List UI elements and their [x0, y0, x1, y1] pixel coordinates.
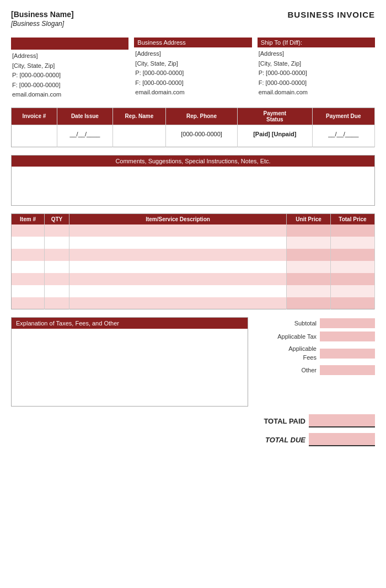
table-row	[12, 249, 375, 261]
table-row	[12, 273, 375, 285]
item-total-1[interactable]	[331, 224, 375, 237]
total-due-label: TOTAL DUE	[265, 436, 305, 444]
item-desc-2[interactable]	[69, 237, 287, 249]
addr0-line1: [Address]	[11, 51, 128, 61]
item-num-6[interactable]	[12, 285, 45, 297]
table-row	[12, 237, 375, 249]
cell-payment-status[interactable]: [Paid] [Unpaid]	[238, 125, 312, 147]
comments-section: Comments, Suggestions, Special Instructi…	[11, 155, 375, 206]
col-qty: QTY	[45, 213, 69, 224]
address-header-blank	[11, 38, 128, 50]
cell-invoice-num[interactable]	[12, 125, 57, 147]
address-header-business: Business Address	[134, 38, 251, 47]
col-payment-due: Payment Due	[312, 108, 374, 125]
item-unit-6[interactable]	[287, 285, 331, 297]
addr0-line2: [City, State, Zip]	[11, 61, 128, 71]
item-desc-6[interactable]	[69, 285, 287, 297]
col-date-issue: Date Issue	[57, 108, 112, 125]
item-num-4[interactable]	[12, 261, 45, 273]
item-unit-5[interactable]	[287, 273, 331, 285]
item-unit-4[interactable]	[287, 261, 331, 273]
item-desc-3[interactable]	[69, 249, 287, 261]
item-total-6[interactable]	[331, 285, 375, 297]
bottom-section: Explanation of Taxes, Fees, and Other Su…	[11, 317, 375, 407]
comments-body[interactable]	[12, 167, 374, 205]
item-desc-7[interactable]	[69, 297, 287, 309]
item-unit-2[interactable]	[287, 237, 331, 249]
item-qty-6[interactable]	[45, 285, 69, 297]
item-qty-4[interactable]	[45, 261, 69, 273]
invoice-header: [Business Name] [Business Slogan] BUSINE…	[11, 10, 375, 28]
item-total-3[interactable]	[331, 249, 375, 261]
address-col-0: [Address] [City, State, Zip] P: [000-000…	[11, 38, 128, 100]
cell-date-issue[interactable]: __/__/____	[57, 125, 112, 147]
items-table: Item # QTY Item/Service Description Unit…	[11, 213, 375, 310]
business-name: [Business Name]	[11, 10, 74, 19]
item-qty-5[interactable]	[45, 273, 69, 285]
tax-row: Applicable Tax	[254, 332, 375, 341]
item-unit-3[interactable]	[287, 249, 331, 261]
subtotal-value[interactable]	[320, 318, 375, 328]
address-section: [Address] [City, State, Zip] P: [000-000…	[11, 38, 375, 100]
col-desc: Item/Service Description	[69, 213, 287, 224]
item-num-5[interactable]	[12, 273, 45, 285]
taxes-body[interactable]	[12, 329, 248, 406]
cell-payment-due[interactable]: __/__/____	[312, 125, 374, 147]
addr1-line3: P: [000-000-0000]	[134, 68, 251, 78]
table-row	[12, 285, 375, 297]
item-qty-2[interactable]	[45, 237, 69, 249]
item-total-7[interactable]	[331, 297, 375, 309]
addr0-line4: F: [000-000-0000]	[11, 81, 128, 90]
address-header-ship: Ship To (If Diff):	[258, 38, 375, 47]
addr1-line5: email.domain.com	[134, 88, 251, 98]
item-num-3[interactable]	[12, 249, 45, 261]
addr1-line2: [City, State, Zip]	[134, 59, 251, 69]
addr0-line3: P: [000-000-0000]	[11, 71, 128, 81]
invoice-details-table: Invoice # Date Issue Rep. Name Rep. Phon…	[11, 108, 375, 147]
other-value[interactable]	[320, 365, 375, 375]
item-qty-1[interactable]	[45, 224, 69, 237]
col-unit-price: Unit Price	[287, 213, 331, 224]
item-num-7[interactable]	[12, 297, 45, 309]
total-due-value[interactable]	[309, 433, 375, 446]
subtotal-row: Subtotal	[254, 318, 375, 328]
total-paid-label: TOTAL PAID	[264, 417, 305, 425]
item-unit-1[interactable]	[287, 224, 331, 237]
comments-header: Comments, Suggestions, Special Instructi…	[12, 156, 374, 167]
addr2-line4: F: [000-000-0000]	[258, 78, 375, 88]
addr0-line5: email.domain.com	[11, 90, 128, 100]
cell-rep-name[interactable]	[112, 125, 165, 147]
item-total-2[interactable]	[331, 237, 375, 249]
fees-value[interactable]	[320, 349, 375, 359]
item-unit-7[interactable]	[287, 297, 331, 309]
fees-row: ApplicableFees	[254, 345, 375, 362]
item-qty-7[interactable]	[45, 297, 69, 309]
total-paid-value[interactable]	[309, 414, 375, 427]
tax-value[interactable]	[320, 332, 375, 341]
col-payment-status: PaymentStatus	[238, 108, 312, 125]
total-paid-section: TOTAL PAID	[11, 414, 375, 427]
cell-rep-phone[interactable]: [000-000-0000]	[165, 125, 237, 147]
total-due-section: TOTAL DUE	[11, 433, 375, 446]
addr2-line2: [City, State, Zip]	[258, 59, 375, 69]
addr1-line4: F: [000-000-0000]	[134, 78, 251, 88]
item-desc-1[interactable]	[69, 224, 287, 237]
business-slogan: [Business Slogan]	[11, 20, 74, 28]
item-desc-4[interactable]	[69, 261, 287, 273]
summary-col: Subtotal Applicable Tax ApplicableFees O…	[254, 317, 375, 407]
addr1-line1: [Address]	[134, 49, 251, 59]
item-num-2[interactable]	[12, 237, 45, 249]
item-desc-5[interactable]	[69, 273, 287, 285]
fees-label: ApplicableFees	[261, 345, 317, 362]
item-qty-3[interactable]	[45, 249, 69, 261]
item-total-5[interactable]	[331, 273, 375, 285]
address-col-1: Business Address [Address] [City, State,…	[134, 38, 251, 100]
item-total-4[interactable]	[331, 261, 375, 273]
taxes-box: Explanation of Taxes, Fees, and Other	[11, 317, 248, 407]
col-invoice-num: Invoice #	[12, 108, 57, 125]
subtotal-label: Subtotal	[261, 320, 317, 327]
invoice-title: BUSINESS INVOICE	[287, 10, 375, 19]
item-num-1[interactable]	[12, 224, 45, 237]
other-label: Other	[261, 367, 317, 373]
col-rep-phone: Rep. Phone	[165, 108, 237, 125]
